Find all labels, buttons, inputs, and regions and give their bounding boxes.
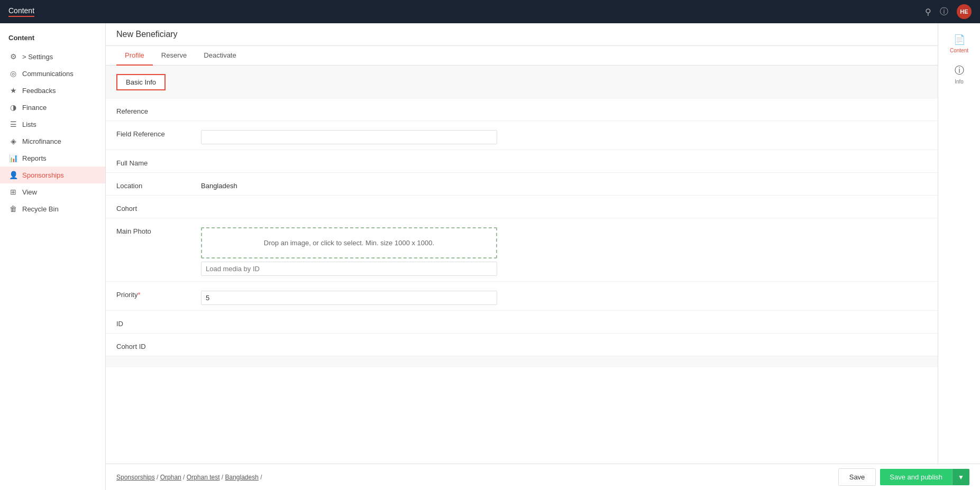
content-area: ProfileReserveDeactivate Basic Info Refe…	[106, 23, 938, 464]
full-name-label: Full Name	[116, 156, 201, 167]
priority-row: Priority*	[106, 282, 938, 311]
main-photo-row: Main Photo Drop an image, or click to se…	[106, 219, 938, 282]
sidebar-header: Content	[0, 30, 105, 48]
main-photo-label: Main Photo	[116, 224, 201, 235]
drop-zone-text: Drop an image, or click to select. Min. …	[264, 239, 434, 247]
save-publish-button[interactable]: Save and publish	[880, 469, 952, 485]
breadcrumb-sponsorships[interactable]: Sponsorships	[116, 474, 155, 481]
reference-row: Reference	[106, 99, 938, 121]
priority-input[interactable]	[201, 291, 497, 305]
page-title-input[interactable]	[116, 30, 927, 39]
reference-value	[201, 104, 927, 107]
breadcrumb-bangladesh[interactable]: Bangladesh	[225, 474, 259, 481]
field-reference-value	[201, 127, 927, 144]
sidebar-item-communications[interactable]: ◎Communications	[0, 65, 105, 82]
sidebar-icon-sponsorships: 👤	[8, 171, 18, 179]
location-row: Location Bangladesh	[106, 173, 938, 196]
location-value: Bangladesh	[201, 179, 927, 190]
full-name-row: Full Name	[106, 151, 938, 173]
sidebar-label-finance: Finance	[22, 104, 47, 112]
photo-drop-zone[interactable]: Drop an image, or click to select. Min. …	[201, 227, 497, 258]
location-label: Location	[116, 179, 201, 190]
sidebar-icon-finance: ◑	[8, 103, 18, 112]
priority-required: *	[138, 291, 140, 299]
form-section: Basic Info Reference Field Reference	[106, 66, 938, 367]
sidebar-item-settings[interactable]: ⚙> Settings	[0, 48, 105, 65]
sidebar-icon-view: ⊞	[8, 188, 18, 196]
load-media-input[interactable]	[201, 262, 497, 276]
sidebar-icon-settings: ⚙	[8, 52, 18, 61]
topbar-actions: ⚲ ⓘ HE	[925, 4, 972, 19]
tabs-bar: ProfileReserveDeactivate	[106, 46, 938, 66]
sidebar-item-microfinance[interactable]: ◈Microfinance	[0, 133, 105, 150]
sidebar-item-sponsorships[interactable]: 👤Sponsorships	[0, 167, 105, 183]
title-bar	[106, 23, 938, 46]
sidebar-label-recycle-bin: Recycle Bin	[22, 205, 59, 213]
user-avatar[interactable]: HE	[957, 4, 972, 19]
cohort-label: Cohort	[116, 201, 201, 212]
sidebar-icon-communications: ◎	[8, 69, 18, 78]
sidebar-label-lists: Lists	[22, 121, 36, 128]
sidebar-label-settings: > Settings	[22, 53, 53, 61]
id-row: ID	[106, 311, 938, 334]
cohort-value	[201, 201, 927, 205]
content-wrapper: ProfileReserveDeactivate Basic Info Refe…	[106, 23, 980, 464]
bottom-actions: Save Save and publish ▼	[838, 468, 969, 486]
search-icon[interactable]: ⚲	[925, 7, 931, 17]
right-panel: 📄 Content ⓘ Info	[938, 23, 980, 464]
main-layout: Content ⚙> Settings◎Communications★Feedb…	[0, 23, 980, 490]
sidebar-label-view: View	[22, 188, 37, 196]
sidebar-icon-microfinance: ◈	[8, 137, 18, 145]
sidebar-label-sponsorships: Sponsorships	[22, 171, 64, 179]
tab-deactivate[interactable]: Deactivate	[195, 46, 244, 66]
main-content: ProfileReserveDeactivate Basic Info Refe…	[106, 23, 980, 490]
sidebar-item-lists[interactable]: ☰Lists	[0, 116, 105, 133]
help-icon[interactable]: ⓘ	[940, 6, 948, 17]
full-name-value	[201, 156, 927, 159]
sidebar-label-reports: Reports	[22, 154, 47, 162]
field-reference-input[interactable]	[201, 130, 497, 144]
content-panel-icon: 📄	[954, 34, 965, 45]
sidebar-item-finance[interactable]: ◑Finance	[0, 99, 105, 116]
field-reference-label: Field Reference	[116, 127, 201, 138]
reference-label: Reference	[116, 104, 201, 115]
save-button[interactable]: Save	[838, 468, 876, 486]
sidebar-icon-lists: ☰	[8, 120, 18, 128]
sidebar-label-feedbacks: Feedbacks	[22, 87, 56, 95]
sidebar-icon-recycle-bin: 🗑	[8, 205, 18, 213]
tab-reserve[interactable]: Reserve	[153, 46, 195, 66]
sidebar-item-reports[interactable]: 📊Reports	[0, 150, 105, 167]
main-photo-value: Drop an image, or click to select. Min. …	[201, 224, 927, 276]
cohort-row: Cohort	[106, 196, 938, 218]
right-panel-info[interactable]: ⓘ Info	[944, 60, 975, 89]
cohort-id-row: Cohort ID	[106, 334, 938, 356]
topbar: Content ⚲ ⓘ HE	[0, 0, 980, 23]
save-publish-group: Save and publish ▼	[880, 469, 969, 485]
cohort-id-label: Cohort ID	[116, 339, 201, 350]
form-rows: Reference Field Reference Full	[106, 99, 938, 356]
info-panel-label: Info	[955, 79, 964, 85]
sidebar-item-feedbacks[interactable]: ★Feedbacks	[0, 82, 105, 99]
priority-label: Priority*	[116, 288, 201, 299]
save-publish-dropdown[interactable]: ▼	[952, 469, 969, 485]
sidebar: Content ⚙> Settings◎Communications★Feedb…	[0, 23, 106, 490]
breadcrumb-orphan-test[interactable]: Orphan test	[187, 474, 220, 481]
breadcrumb: Sponsorships / Orphan / Orphan test / Ba…	[116, 474, 262, 481]
id-value	[201, 317, 927, 320]
sidebar-item-view[interactable]: ⊞View	[0, 183, 105, 200]
id-label: ID	[116, 317, 201, 328]
cohort-id-value	[201, 339, 927, 343]
sidebar-label-communications: Communications	[22, 70, 74, 78]
bottom-bar: Sponsorships / Orphan / Orphan test / Ba…	[106, 464, 980, 490]
content-panel-label: Content	[950, 48, 968, 53]
sidebar-label-microfinance: Microfinance	[22, 137, 61, 145]
app-title: Content	[8, 6, 34, 17]
tab-profile[interactable]: Profile	[116, 46, 153, 66]
priority-value	[201, 288, 927, 305]
sidebar-item-recycle-bin[interactable]: 🗑Recycle Bin	[0, 200, 105, 217]
section-header: Basic Info	[116, 74, 166, 90]
right-panel-content[interactable]: 📄 Content	[944, 30, 975, 58]
field-reference-row: Field Reference	[106, 122, 938, 150]
breadcrumb-orphan[interactable]: Orphan	[160, 474, 181, 481]
sidebar-icon-feedbacks: ★	[8, 86, 18, 95]
